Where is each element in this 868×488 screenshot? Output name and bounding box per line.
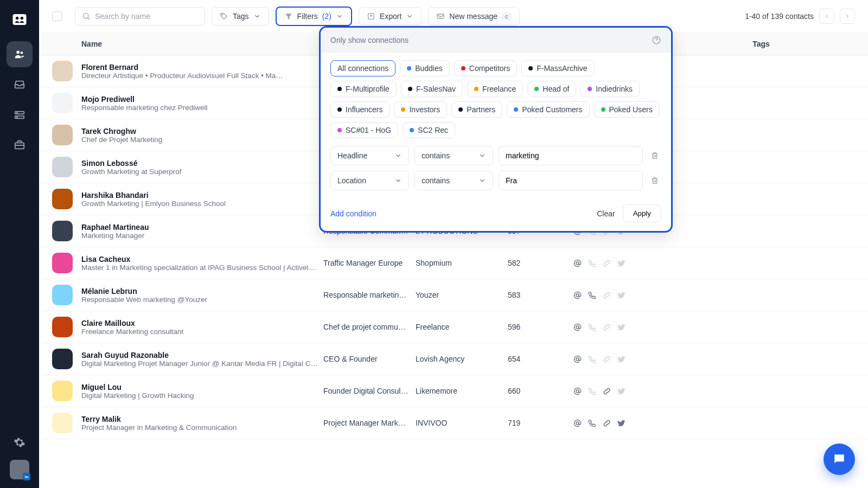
clear-button[interactable]: Clear <box>589 205 622 222</box>
contact-icon <box>617 259 626 268</box>
contact-name: Miguel Lou <box>81 383 323 391</box>
svg-point-10 <box>84 14 88 18</box>
contact-row[interactable]: Claire MaillouxFreelance Marketing consu… <box>39 311 868 343</box>
contact-avatar <box>52 189 73 209</box>
contact-icon <box>588 323 597 332</box>
filter-chip[interactable]: Poked Customers <box>507 101 589 118</box>
filter-conditions: HeadlinecontainsLocationcontains <box>330 146 661 190</box>
contact-icon[interactable] <box>573 291 582 300</box>
filter-chip[interactable]: All connections <box>330 60 395 76</box>
condition-op-select[interactable]: contains <box>414 171 493 190</box>
contact-name: Claire Mailloux <box>81 319 323 328</box>
nav-settings[interactable] <box>7 429 33 455</box>
column-name: Name <box>81 40 353 48</box>
condition-value-input[interactable] <box>499 146 643 165</box>
svg-point-4 <box>21 52 23 54</box>
svg-point-2 <box>21 17 24 20</box>
filter-icon <box>284 12 293 21</box>
svg-point-11 <box>222 15 223 16</box>
delete-condition-button[interactable] <box>648 149 661 162</box>
nav-briefcase[interactable] <box>7 132 33 158</box>
apply-button[interactable]: Apply <box>623 204 661 222</box>
filter-chip[interactable]: Buddies <box>400 60 450 76</box>
condition-value-input[interactable] <box>499 171 643 190</box>
nav-inbox[interactable] <box>7 72 33 98</box>
add-condition-button[interactable]: Add condition <box>330 209 376 218</box>
mail-icon <box>436 12 445 21</box>
contact-name: Harshika Bhandari <box>81 191 323 200</box>
filters-button[interactable]: Filters (2) <box>276 7 352 26</box>
nav-contacts[interactable] <box>7 41 33 67</box>
filter-chip[interactable]: SC#01 - HoG <box>330 122 398 138</box>
filter-chip[interactable]: F-MassArchive <box>521 60 594 76</box>
contact-icon[interactable] <box>573 387 582 396</box>
contact-headline: CEO & Founder <box>323 355 416 363</box>
export-button[interactable]: Export <box>359 7 422 25</box>
search-input-wrapper[interactable] <box>75 7 205 25</box>
nav-server[interactable] <box>7 102 33 128</box>
filter-chip[interactable]: Poked Users <box>594 101 660 118</box>
svg-point-17 <box>576 294 579 297</box>
chat-fab[interactable] <box>824 444 855 475</box>
contact-row[interactable]: Miguel LouDigital Marketing | Growth Hac… <box>39 375 868 407</box>
filter-chip[interactable]: Freelance <box>467 81 523 97</box>
contact-number: 660 <box>508 387 573 395</box>
svg-point-21 <box>576 422 579 425</box>
chevron-down-icon <box>253 12 261 20</box>
contact-avatar <box>52 125 73 145</box>
filter-chip[interactable]: Indiedrinks <box>580 81 640 97</box>
help-icon[interactable] <box>652 35 661 45</box>
filter-chip[interactable]: F-SalesNav <box>401 81 463 97</box>
filter-chip[interactable]: Influencers <box>330 101 390 118</box>
condition-op-select[interactable]: contains <box>414 146 493 165</box>
chevron-down-icon <box>406 12 413 20</box>
contact-company: Shopmium <box>416 259 508 267</box>
contact-icon[interactable] <box>617 419 626 428</box>
filter-panel: Only show connections All connectionsBud… <box>319 26 673 233</box>
contact-avatar <box>52 381 73 401</box>
contact-row[interactable]: Lisa CacheuxMaster 1 in Marketing specia… <box>39 247 868 279</box>
contact-icon[interactable] <box>588 419 597 428</box>
filter-chip[interactable]: Investors <box>394 101 447 118</box>
contact-icon[interactable] <box>573 419 582 428</box>
filter-chip[interactable]: Partners <box>451 101 502 118</box>
contact-icon[interactable] <box>602 419 611 428</box>
contact-headline: Project Manager Mark… <box>323 419 416 427</box>
next-page-button[interactable] <box>840 9 855 24</box>
contact-icon[interactable] <box>573 323 582 332</box>
tags-label: Tags <box>233 12 249 21</box>
contact-avatar <box>52 317 73 337</box>
contact-icon <box>588 259 597 268</box>
contact-icon[interactable] <box>573 355 582 364</box>
contact-avatar <box>52 93 73 113</box>
new-message-kbd: c <box>502 12 512 20</box>
contact-icon[interactable] <box>588 291 597 300</box>
contact-row[interactable]: Sarah Guyud RazonableDigital Marketing P… <box>39 343 868 375</box>
contact-subtitle: Master 1 in Marketing specialization at … <box>81 264 323 272</box>
contact-icon[interactable] <box>602 387 611 396</box>
select-all-checkbox[interactable] <box>52 11 62 21</box>
filter-chip[interactable]: Head of <box>527 81 576 97</box>
filter-chip[interactable]: F-Multiprofile <box>330 81 397 97</box>
contact-headline: Founder Digital Consul… <box>323 387 416 395</box>
contact-avatar <box>52 253 73 273</box>
contact-company: INVIVOO <box>416 419 508 427</box>
contact-name: Raphael Martineau <box>81 223 323 232</box>
contact-row[interactable]: Mélanie LebrunResponsable Web marketing … <box>39 279 868 311</box>
condition-field-select[interactable]: Location <box>330 171 409 190</box>
filter-chip[interactable]: Competitors <box>454 60 517 76</box>
contact-company: Likememore <box>416 387 508 395</box>
contact-row[interactable]: Terry MalikProject Manager in Marketing … <box>39 407 868 439</box>
new-message-button[interactable]: New message c <box>428 7 519 25</box>
filter-chip[interactable]: SC2 Rec <box>403 122 455 138</box>
condition-field-select[interactable]: Headline <box>330 146 409 165</box>
prev-page-button[interactable] <box>819 9 834 24</box>
delete-condition-button[interactable] <box>648 174 661 187</box>
svg-point-7 <box>17 112 17 113</box>
user-avatar[interactable]: in <box>10 460 29 479</box>
contact-icon[interactable] <box>573 259 582 268</box>
contact-icon <box>617 291 626 300</box>
filters-label: Filters <box>297 12 318 21</box>
tags-button[interactable]: Tags <box>212 7 269 25</box>
search-input[interactable] <box>95 12 198 21</box>
